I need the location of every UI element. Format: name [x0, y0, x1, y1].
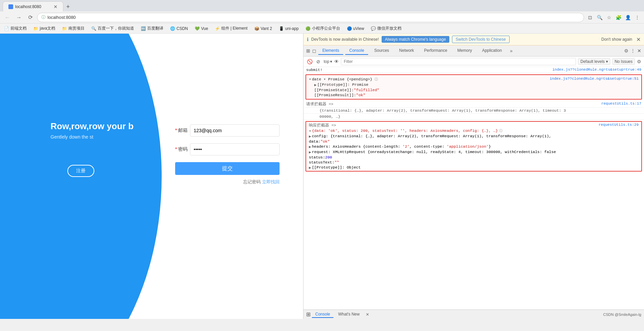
promise-proto-text: [[Prototype]]: Promise — [317, 82, 368, 87]
reload-button[interactable]: ⟳ — [26, 13, 35, 22]
email-input[interactable] — [190, 124, 280, 137]
address-bar[interactable]: ⓘ localhost:8080 — [37, 13, 584, 22]
bookmark-icon: 📁 — [62, 26, 67, 31]
resp-info-icon: ⓘ — [499, 128, 503, 133]
expand-resp-icon[interactable]: ▾ — [309, 128, 311, 133]
info-bar-close-button[interactable]: ✕ — [636, 36, 641, 43]
tab-close-button[interactable]: ✕ — [54, 4, 58, 9]
bookmark-vue[interactable]: 💚 Vue — [193, 26, 210, 32]
expand-proto2-icon[interactable]: ▶ — [309, 165, 311, 170]
console-source-promise[interactable]: index.js??clonedRule.ng=ts&setup=true:51 — [550, 77, 639, 81]
devtools-side-icons: ⚙ ⋮ ✕ — [624, 48, 641, 53]
bookmarks-bar: 📄 前端文档 📁 java文档 📁 南赏项目 🔍 百度一下，你就知道 🔤 百度翻… — [0, 24, 644, 34]
promise-key: date ▾ Promise {<pending>} ⓘ — [312, 77, 378, 82]
resp-status-value: 200 — [325, 155, 332, 159]
hero-title: Row,row,row your b — [51, 121, 134, 132]
bottom-expand-icon[interactable]: ⊞ — [306, 311, 311, 318]
bookmark-fanyi[interactable]: 🔤 百度翻译 — [139, 25, 165, 32]
search-icon[interactable]: 🔍 — [595, 13, 604, 22]
promise-red-box: ▾ date ▾ Promise {<pending>} ⓘ index.js?… — [305, 74, 642, 100]
resp-label-text: 响应拦截器 => — [309, 123, 336, 128]
console-settings-icon[interactable]: ⚙ — [637, 59, 641, 64]
tab-application[interactable]: Application — [478, 47, 506, 55]
inspect-icon[interactable]: ◻ — [312, 48, 316, 53]
always-match-button[interactable]: Always match Chrome's language — [382, 36, 449, 43]
bookmark-element[interactable]: ⚡ 组件 | Element — [214, 25, 249, 32]
tab-console[interactable]: Console — [345, 47, 368, 55]
info-icon: ℹ — [307, 37, 309, 42]
profile-icon[interactable]: 👤 — [624, 13, 632, 22]
expand-promise-icon[interactable]: ▾ — [309, 77, 311, 81]
bookmark-label: 组件 | Element — [221, 26, 248, 31]
resp-line-request: ▶ request: XMLHttpRequest {onreadystatec… — [309, 149, 639, 155]
forgot-link[interactable]: 立即找回 — [262, 179, 280, 184]
dont-show-button[interactable]: Don't show again — [601, 37, 632, 42]
website-area: Row,row,row your b Gentlely down the st … — [0, 34, 303, 319]
cast-icon[interactable]: ⊡ — [586, 13, 594, 22]
tab-sources[interactable]: Sources — [370, 47, 393, 55]
bookmark-baidu[interactable]: 🔍 百度一下，你就知道 — [90, 25, 135, 32]
bookmark-icon: 📦 — [254, 26, 259, 31]
switch-devtools-button[interactable]: Switch DevTools to Chinese — [452, 36, 510, 43]
password-label: * 密码 — [175, 146, 187, 152]
address-text: localhost:8080 — [47, 15, 76, 20]
tab-network[interactable]: Network — [395, 47, 418, 55]
active-tab[interactable]: localhost:8080 ✕ — [3, 1, 63, 11]
bookmark-label: 百度翻译 — [147, 26, 163, 31]
dock-icon[interactable]: ⊞ — [306, 48, 310, 53]
expand-proto-icon[interactable]: ▶ — [314, 82, 317, 87]
expand-config-icon[interactable]: ▶ — [309, 134, 311, 139]
expand-headers-icon[interactable]: ▶ — [309, 144, 311, 149]
bookmark-icon: 📄 — [4, 26, 9, 31]
resp-line-data: data: "ok" — [309, 139, 639, 144]
console-text-submit: submit! — [306, 68, 550, 72]
resp-config-text: config: {transitional: {…}, adapter: Arr… — [312, 134, 551, 138]
context-selector[interactable]: top ▾ — [324, 59, 332, 64]
eye-icon[interactable]: 👁 — [334, 59, 339, 64]
console-source-request[interactable]: requestUtils.ts:17 — [601, 102, 641, 106]
more-tabs-button[interactable]: » — [508, 47, 515, 55]
clear-console-icon[interactable]: 🚫 — [306, 58, 313, 65]
star-icon[interactable]: ☆ — [605, 13, 613, 22]
default-levels-button[interactable]: Default levels ▾ — [578, 58, 610, 65]
bottom-tab-whats-new[interactable]: What's New — [335, 311, 363, 318]
resp-status-key: status: — [309, 155, 325, 159]
tab-performance[interactable]: Performance — [420, 47, 451, 55]
forward-button[interactable]: → — [14, 13, 24, 22]
bookmark-label: Vant 2 — [261, 26, 272, 31]
bookmark-qianduan[interactable]: 📄 前端文档 — [3, 25, 28, 32]
bookmark-uview[interactable]: 🔵 uView — [346, 26, 365, 32]
bookmark-miniprogram[interactable]: 🟢 小程序公众平台 — [304, 25, 342, 32]
required-star: * — [175, 146, 177, 152]
submit-button[interactable]: 提交 — [175, 162, 280, 175]
bookmark-vant[interactable]: 📦 Vant 2 — [253, 26, 273, 32]
expand-request-icon[interactable]: ▶ — [309, 150, 311, 154]
console-source-response[interactable]: requestUtils.ts:29 — [599, 123, 639, 127]
new-tab-button[interactable]: + — [63, 2, 73, 11]
bookmark-nanshang[interactable]: 📁 南赏项目 — [61, 25, 86, 32]
menu-icon[interactable]: ⋮ — [633, 13, 641, 22]
filter-toggle-icon[interactable]: ⊘ — [315, 58, 322, 65]
bookmark-icon: 🔍 — [91, 26, 96, 31]
bookmark-java[interactable]: 📁 java文档 — [32, 25, 57, 32]
tab-memory[interactable]: Memory — [453, 47, 476, 55]
resp-line-label: 响应拦截器 => requestUtils.ts:29 — [309, 122, 639, 128]
console-source-submit[interactable]: index.js??clonedRule.ng=ts&setup=true:49 — [552, 68, 641, 72]
resp-headers-text: headers: AxiosHeaders {content-length: '… — [312, 144, 491, 149]
whats-new-close-icon[interactable]: ✕ — [366, 312, 369, 317]
bookmark-label: 百度一下，你就知道 — [98, 26, 134, 31]
password-input[interactable] — [190, 143, 280, 155]
devtools-settings-icon[interactable]: ⚙ — [624, 48, 629, 53]
tab-elements[interactable]: Elements — [318, 47, 343, 55]
back-button[interactable]: ← — [3, 13, 12, 22]
bottom-tab-console[interactable]: Console — [312, 311, 333, 318]
extension-icon[interactable]: 🧩 — [614, 13, 622, 22]
bookmark-uniapp[interactable]: 📱 uni-app — [278, 26, 300, 32]
filter-input[interactable] — [341, 58, 576, 65]
bookmark-label: uView — [353, 26, 364, 31]
register-button[interactable]: 注册 — [67, 165, 94, 177]
bookmark-csdn[interactable]: 🌐 CSDN — [169, 26, 189, 32]
devtools-dots-icon[interactable]: ⋮ — [631, 48, 635, 53]
bookmark-wechat-docs[interactable]: 💬 微信开放文档 — [369, 25, 403, 32]
devtools-close-icon[interactable]: ✕ — [637, 48, 641, 53]
